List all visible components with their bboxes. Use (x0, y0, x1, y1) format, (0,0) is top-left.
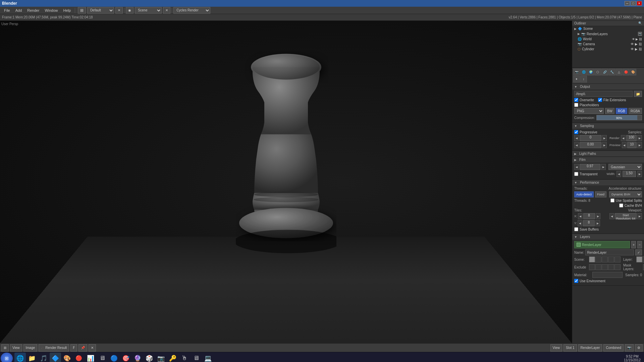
filter-select[interactable]: Gaussian (608, 164, 642, 170)
maximize-button[interactable]: □ (631, 1, 636, 6)
excl-1[interactable] (589, 264, 595, 270)
render-layer-1[interactable] (636, 256, 642, 262)
clamp-field[interactable]: 0.00 (580, 142, 601, 148)
object-icon-btn[interactable]: ⬡ (594, 69, 601, 75)
transparent-checkbox[interactable] (574, 172, 578, 176)
taskbar-app4[interactable]: 🔵 (108, 353, 120, 362)
layer-name-input[interactable] (585, 249, 634, 255)
progressive-checkbox[interactable] (574, 130, 578, 134)
view-icon-btn[interactable]: ⊞ (1, 344, 9, 352)
fixed-btn[interactable]: Fixed (595, 191, 606, 197)
render-inc[interactable]: ▶ (637, 135, 642, 141)
menu-window[interactable]: Window (42, 8, 60, 13)
taskbar-app6[interactable]: 🔮 (132, 353, 143, 362)
bw-btn[interactable]: BW (605, 108, 614, 114)
render-result-btn[interactable]: 🎥 Render Result (39, 344, 69, 352)
data-icon-btn[interactable]: △ (615, 69, 622, 75)
taskbar-app8[interactable]: 📷 (155, 353, 167, 362)
scene-layer-5[interactable] (614, 256, 621, 262)
taskbar-app5[interactable]: 🎯 (120, 353, 131, 362)
compression-slider[interactable]: 90% (596, 115, 642, 120)
render-layer-btn[interactable]: RenderLayer (574, 241, 630, 248)
menu-file[interactable]: File (1, 8, 13, 13)
excl-4[interactable] (608, 264, 614, 270)
image-btn[interactable]: Image (23, 344, 38, 352)
tree-item-scene[interactable]: ▶ 🔷 Scene (572, 26, 644, 31)
auto-detect-btn[interactable]: Auto-detect (574, 191, 594, 197)
output-header[interactable]: ▼ Output (572, 84, 644, 89)
scene-layer-3[interactable] (602, 256, 608, 262)
excl-5[interactable] (614, 264, 621, 270)
outliner-search[interactable]: 🔍 (638, 21, 642, 25)
output-browse-btn[interactable]: 📁 (634, 91, 642, 97)
taskbar-app11[interactable]: 🖥 (191, 353, 202, 362)
preview-inc[interactable]: ▶ (637, 142, 642, 148)
layers-header[interactable]: ▼ Layers (572, 234, 644, 240)
scene-prop-icon-btn[interactable]: 🌐 (580, 69, 587, 75)
tile-y-field[interactable]: 8 (583, 220, 595, 226)
spatial-splits-checkbox[interactable] (610, 198, 614, 202)
taskbar-ps[interactable]: 🎨 (61, 353, 73, 362)
tree-item-camera[interactable]: 📷 Camera 👁 ▶ ⛓ (572, 42, 644, 47)
taskbar-media[interactable]: 🎵 (38, 353, 49, 362)
minimize-button[interactable]: ─ (625, 1, 630, 6)
width-inc[interactable]: ▶ (637, 171, 642, 177)
taskbar-app7[interactable]: 🎲 (144, 353, 155, 362)
rgba-btn[interactable]: RGBA (629, 108, 642, 114)
exposure-inc[interactable]: ▶ (601, 164, 606, 170)
start-res-inc[interactable]: ▶ (637, 213, 642, 219)
tile-y-inc[interactable]: ▶ (595, 220, 600, 226)
excl-3[interactable] (602, 264, 608, 270)
combined-btn[interactable]: Combined (603, 344, 624, 352)
scene-layer-2[interactable] (595, 256, 601, 262)
format-select[interactable]: PNG (574, 108, 604, 114)
taskbar-app1[interactable]: 🔴 (73, 353, 85, 362)
performance-header[interactable]: ▼ Performance (572, 180, 644, 185)
render-icon-btn[interactable]: 📷 (573, 69, 580, 75)
tile-x-inc[interactable]: ▶ (596, 213, 600, 219)
material-field[interactable] (592, 272, 623, 278)
width-dec[interactable]: ◀ (616, 171, 621, 177)
camera-snap-btn[interactable]: 📷 (625, 344, 634, 352)
seed-dec[interactable]: ◀ (574, 135, 579, 141)
sampling-header[interactable]: ▼ Sampling (572, 123, 644, 129)
taskbar-app9[interactable]: 🔑 (167, 353, 178, 362)
lightpaths-header[interactable]: ▶ Light Paths (572, 151, 644, 157)
workspace-select[interactable]: Default (87, 7, 114, 14)
cache-bvh-checkbox[interactable] (619, 203, 623, 207)
delete-scene-btn[interactable]: ✕ (163, 7, 170, 14)
start-res-field[interactable]: Start Resolution: 64 (615, 213, 637, 219)
menu-help[interactable]: Help (61, 8, 74, 13)
taskbar-app10[interactable]: 🖱 (179, 353, 190, 362)
modifier-icon-btn[interactable]: 🔧 (608, 69, 615, 75)
save-buffers-checkbox[interactable] (574, 227, 578, 231)
taskbar-app12[interactable]: 💻 (202, 353, 214, 362)
tile-x-field[interactable]: 8 (583, 213, 595, 219)
taskbar-app3[interactable]: 🖥 (97, 353, 108, 362)
delete-layout-btn[interactable]: ✕ (115, 7, 123, 14)
settings-btn[interactable]: ⚙ (635, 344, 643, 352)
scene-select[interactable]: Scene (135, 7, 162, 14)
f-toggle-btn[interactable]: F (70, 344, 77, 352)
slot-btn[interactable]: Slot 1 (564, 344, 577, 352)
clock[interactable]: 9:52 PM 11/15/2012 (621, 354, 643, 362)
clamp-inc[interactable]: ▶ (602, 142, 607, 148)
tree-item-renderlayers[interactable]: ▶ 📷 RenderLayers 📷 (572, 31, 644, 37)
scene-icon-btn[interactable]: ◉ (126, 7, 133, 14)
close-button[interactable]: ✕ (637, 1, 642, 6)
file-ext-checkbox[interactable] (598, 98, 602, 102)
constraint-icon-btn[interactable]: 🔗 (601, 69, 608, 75)
taskbar-blender[interactable]: 🔷 (50, 353, 61, 362)
physics-icon-btn[interactable]: ↕ (580, 76, 587, 82)
world-prop-icon-btn[interactable]: 🌍 (587, 69, 594, 75)
film-header[interactable]: ▶ Film (572, 157, 644, 163)
render-layer-2[interactable] (643, 256, 644, 262)
material-icon-btn[interactable]: 🔴 (623, 69, 629, 75)
view-btn[interactable]: View (10, 344, 22, 352)
layout-icon-btn[interactable]: ⊞ (78, 7, 86, 14)
taskbar-explorer[interactable]: 📁 (26, 353, 38, 362)
seed-field[interactable]: 0 (580, 135, 601, 141)
taskbar-app2[interactable]: 📊 (85, 353, 96, 362)
start-res-dec[interactable]: ◀ (609, 213, 614, 219)
menu-render[interactable]: Render (24, 8, 42, 13)
